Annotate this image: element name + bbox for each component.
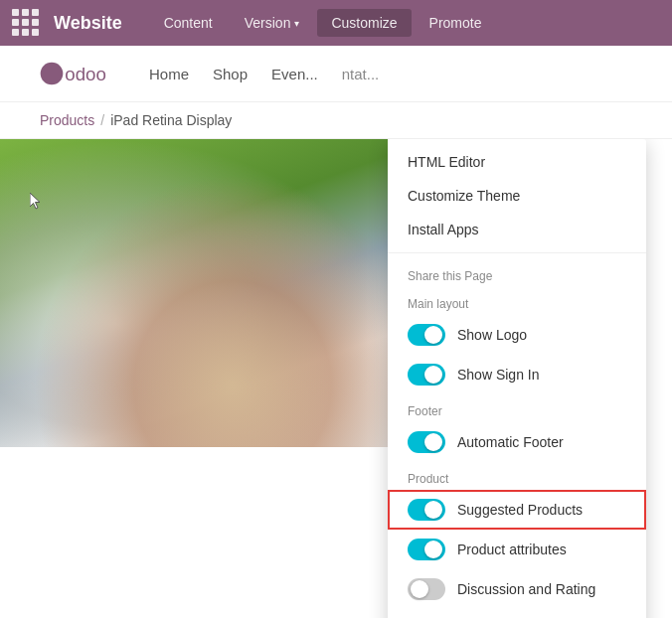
product-label: Product bbox=[388, 462, 646, 490]
site-nav-home[interactable]: Home bbox=[149, 66, 189, 82]
footer-label: Footer bbox=[388, 394, 646, 422]
toggle-discussion-rating-switch[interactable] bbox=[408, 578, 445, 600]
toggle-knob bbox=[424, 366, 442, 384]
customize-dropdown: HTML Editor Customize Theme Install Apps… bbox=[388, 139, 646, 618]
product-image-inner bbox=[0, 139, 388, 447]
site-header: odoo Home Shop Even... ntat... bbox=[0, 46, 672, 102]
version-caret-icon: ▾ bbox=[294, 18, 299, 29]
toggle-knob bbox=[424, 541, 442, 558]
svg-text:odoo: odoo bbox=[65, 64, 106, 84]
nav-item-version[interactable]: Version ▾ bbox=[231, 9, 314, 37]
brand-label: Website bbox=[54, 13, 122, 34]
svg-point-0 bbox=[41, 63, 64, 85]
product-image bbox=[0, 139, 388, 447]
nav-item-content[interactable]: Content bbox=[150, 9, 227, 37]
nav-item-promote[interactable]: Promote bbox=[416, 9, 496, 37]
toggle-show-sign-in[interactable]: Show Sign In bbox=[388, 355, 646, 394]
site-nav-events[interactable]: Even... bbox=[271, 66, 318, 82]
toggle-knob bbox=[411, 580, 428, 598]
dropdown-item-install-apps[interactable]: Install Apps bbox=[388, 213, 646, 246]
toggle-suggested-products[interactable]: Suggested Products bbox=[388, 490, 646, 530]
toggle-show-logo-switch[interactable] bbox=[408, 324, 445, 346]
page-background: odoo Home Shop Even... ntat... Products … bbox=[0, 46, 672, 620]
toggle-knob bbox=[424, 501, 442, 519]
toggle-knob bbox=[424, 326, 442, 344]
main-content: HTML Editor Customize Theme Install Apps… bbox=[0, 139, 672, 618]
breadcrumb: Products / iPad Retina Display bbox=[0, 102, 672, 139]
toggle-select-quantity[interactable]: Select Quantity bbox=[388, 609, 646, 618]
dropdown-item-html-editor[interactable]: HTML Editor bbox=[388, 145, 646, 179]
breadcrumb-products-link[interactable]: Products bbox=[40, 112, 94, 128]
divider-1 bbox=[388, 252, 646, 253]
toggle-automatic-footer-switch[interactable] bbox=[408, 431, 445, 453]
breadcrumb-separator: / bbox=[100, 112, 104, 128]
apps-grid-icon[interactable] bbox=[12, 9, 40, 37]
dropdown-item-customize-theme[interactable]: Customize Theme bbox=[388, 179, 646, 213]
nav-item-customize[interactable]: Customize bbox=[317, 9, 411, 37]
breadcrumb-current-page: iPad Retina Display bbox=[110, 112, 232, 128]
topbar: Website Content Version ▾ Customize Prom… bbox=[0, 0, 672, 46]
site-nav-contact[interactable]: ntat... bbox=[342, 66, 380, 82]
toggle-discussion-rating[interactable]: Discussion and Rating bbox=[388, 569, 646, 609]
toggle-product-attributes-switch[interactable] bbox=[408, 539, 445, 560]
toggle-show-logo[interactable]: Show Logo bbox=[388, 315, 646, 355]
odoo-logo-svg: odoo bbox=[40, 58, 119, 89]
site-nav: Home Shop Even... ntat... bbox=[149, 66, 632, 82]
toggle-automatic-footer[interactable]: Automatic Footer bbox=[388, 422, 646, 462]
odoo-logo: odoo bbox=[40, 58, 119, 89]
site-nav-shop[interactable]: Shop bbox=[213, 66, 248, 82]
main-layout-label: Main layout bbox=[388, 287, 646, 315]
topbar-nav: Content Version ▾ Customize Promote bbox=[150, 9, 660, 37]
toggle-product-attributes[interactable]: Product attributes bbox=[388, 530, 646, 569]
toggle-knob bbox=[424, 433, 442, 451]
toggle-show-sign-in-switch[interactable] bbox=[408, 364, 445, 386]
share-page-label: Share this Page bbox=[388, 259, 646, 287]
toggle-suggested-products-switch[interactable] bbox=[408, 499, 445, 521]
